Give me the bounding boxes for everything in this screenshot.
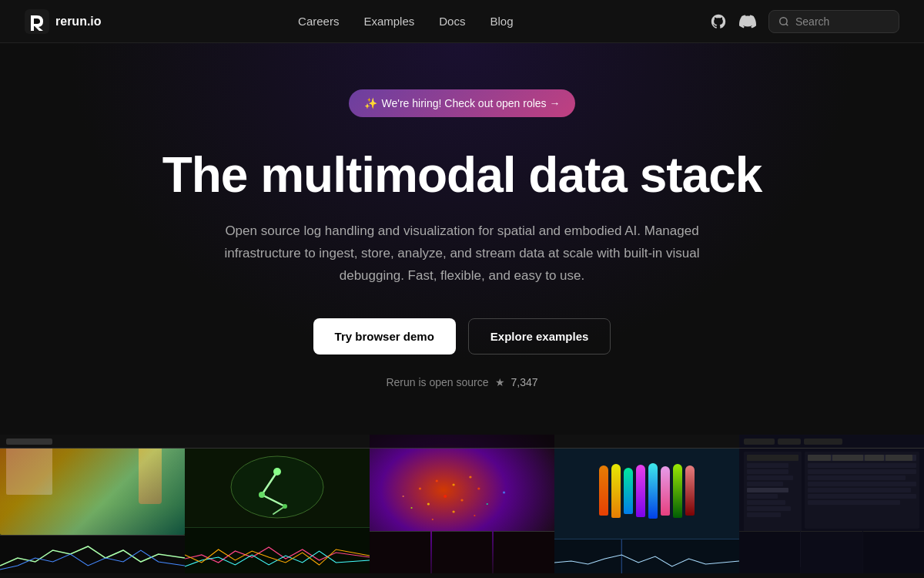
nav-links: Careers Examples Docs Blog — [298, 15, 513, 28]
star-count: 7,347 — [511, 376, 538, 388]
nav-link-docs[interactable]: Docs — [439, 15, 465, 28]
hero-buttons: Try browser demo Explore examples — [313, 318, 611, 355]
hero-subtitle: Open source log handling and visualizati… — [223, 220, 701, 287]
search-icon — [778, 16, 789, 27]
hiring-badge-text: We're hiring! Check out open roles → — [382, 97, 561, 109]
try-browser-demo-button[interactable]: Try browser demo — [313, 318, 456, 355]
explore-examples-button[interactable]: Explore examples — [468, 318, 611, 355]
screenshot-human-tracking[interactable] — [554, 435, 739, 573]
svg-point-9 — [419, 488, 421, 490]
search-placeholder: Search — [795, 15, 829, 28]
hiring-badge-emoji: ✨ — [364, 97, 377, 109]
svg-point-7 — [259, 492, 265, 498]
nav-link-examples[interactable]: Examples — [363, 15, 414, 28]
search-box[interactable]: Search — [768, 10, 899, 33]
logo-text: rerun.io — [55, 15, 102, 29]
svg-point-17 — [410, 507, 412, 509]
svg-point-13 — [444, 495, 447, 498]
github-icon[interactable] — [710, 13, 727, 30]
hero-section: ✨ We're hiring! Check out open roles → T… — [0, 43, 924, 419]
svg-point-14 — [460, 499, 463, 502]
svg-point-1 — [780, 17, 787, 24]
navbar: rerun.io Careers Examples Docs Blog Sear… — [0, 0, 924, 43]
screenshots-strip — [0, 435, 924, 573]
svg-point-19 — [503, 492, 505, 494]
svg-point-8 — [283, 504, 287, 509]
screenshot-tracking[interactable] — [0, 435, 185, 573]
svg-point-23 — [474, 515, 475, 516]
svg-point-2 — [231, 456, 323, 518]
svg-point-16 — [477, 488, 480, 490]
svg-point-10 — [436, 480, 438, 482]
svg-point-20 — [403, 496, 404, 497]
open-source-label: Rerun is open source — [386, 376, 488, 388]
svg-point-11 — [452, 484, 454, 486]
screenshot-robot-arm[interactable] — [185, 435, 370, 573]
nav-icons: Search — [710, 10, 899, 33]
nav-link-blog[interactable]: Blog — [490, 15, 513, 28]
svg-point-22 — [432, 519, 434, 520]
logo-link[interactable]: rerun.io — [25, 9, 102, 34]
hero-title: The multimodal data stack — [162, 148, 762, 202]
svg-point-18 — [487, 503, 488, 505]
star-icon: ★ — [495, 376, 505, 388]
hiring-badge[interactable]: ✨ We're hiring! Check out open roles → — [349, 89, 576, 117]
discord-icon[interactable] — [739, 13, 756, 30]
svg-point-12 — [469, 476, 471, 479]
svg-point-15 — [427, 503, 430, 506]
svg-point-6 — [273, 468, 281, 476]
svg-point-21 — [452, 511, 454, 513]
nav-link-careers[interactable]: Careers — [298, 15, 339, 28]
curve-section — [0, 573, 924, 578]
logo-icon — [25, 9, 49, 34]
screenshot-pointcloud[interactable] — [370, 435, 554, 573]
screenshot-data-table[interactable] — [739, 435, 924, 573]
open-source-badge: Rerun is open source ★ 7,347 — [386, 376, 537, 388]
